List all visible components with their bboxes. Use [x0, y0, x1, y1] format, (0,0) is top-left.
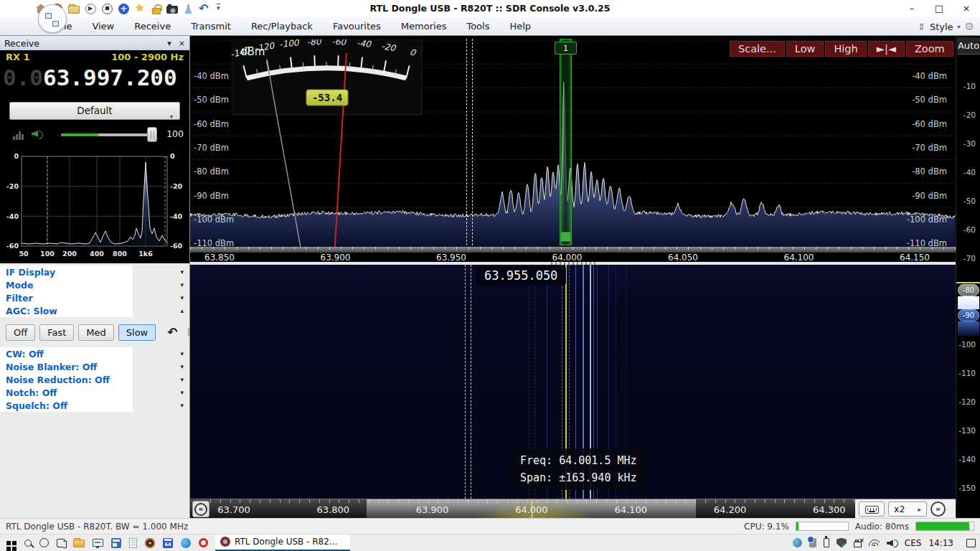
nav-scroll-right-button[interactable]: »: [930, 501, 946, 517]
tray-shield-icon[interactable]: [837, 538, 847, 548]
play-icon[interactable]: [85, 4, 96, 14]
more-icon[interactable]: [216, 4, 223, 14]
auto-scale-button[interactable]: Auto: [957, 37, 980, 55]
chevron-down-icon[interactable]: ▾: [180, 402, 189, 409]
menu-item-squelch-off[interactable]: Squelch: Off▾: [0, 399, 189, 412]
scale-lower-handle[interactable]: -90: [958, 309, 979, 321]
chevron-down-icon[interactable]: ▾: [180, 363, 189, 370]
active-task-button[interactable]: RTL Dongle USB - R82...: [215, 534, 350, 551]
close-button[interactable]: ×: [953, 0, 980, 17]
chevron-up-icon[interactable]: ▴: [180, 307, 189, 314]
sdrsharp-icon[interactable]: [163, 538, 173, 548]
record-icon[interactable]: [102, 4, 113, 14]
chevron-down-icon[interactable]: ▾: [180, 281, 189, 288]
menu-item-mode[interactable]: Mode▾: [0, 278, 189, 291]
lock-icon[interactable]: [152, 8, 161, 14]
search-icon[interactable]: [24, 540, 32, 547]
favourite-icon[interactable]: [135, 3, 146, 14]
tab-receive[interactable]: Receive: [124, 17, 181, 36]
tray-wifi-icon[interactable]: [869, 540, 880, 546]
agc-undo-icon[interactable]: ↶: [167, 325, 177, 339]
task-view-icon[interactable]: [57, 539, 65, 547]
keyboard-entry-button[interactable]: [859, 501, 885, 517]
chevron-down-icon[interactable]: ▾: [180, 268, 189, 276]
zoom-button[interactable]: Zoom: [906, 41, 953, 57]
notification-center-icon[interactable]: [966, 539, 976, 547]
style-dropdown-arrow-icon[interactable]: ▾: [958, 24, 961, 30]
mode-preset-dropdown[interactable]: Default ▾: [9, 102, 180, 120]
menu-item-noise-reduction-off[interactable]: Noise Reduction: Off▾: [0, 373, 189, 386]
start-icon[interactable]: [6, 541, 11, 545]
nav-scroll-left-button[interactable]: «: [192, 501, 209, 517]
tray-volume-icon[interactable]: [887, 539, 897, 547]
opera-icon[interactable]: [199, 538, 208, 547]
file-explorer-icon[interactable]: [73, 540, 85, 547]
settings-gear-icon[interactable]: ⚙: [965, 20, 974, 33]
monitor-icon[interactable]: [93, 539, 103, 547]
tab-favourites[interactable]: Favourites: [323, 17, 391, 36]
add-icon[interactable]: [118, 4, 129, 14]
app-window-icon[interactable]: [111, 538, 121, 548]
scale-gradient-range[interactable]: [958, 296, 979, 309]
undo-icon[interactable]: [199, 3, 210, 14]
scale-button[interactable]: Scale...: [730, 41, 785, 57]
tray-ethernet-icon[interactable]: [854, 542, 862, 547]
speaker-icon[interactable]: [32, 129, 43, 138]
nav-zoom-button[interactable]: x2▸: [888, 501, 927, 517]
scale-upper-handle[interactable]: -80: [958, 284, 979, 296]
chevron-down-icon[interactable]: ▾: [180, 376, 189, 383]
tray-app-icon[interactable]: [793, 538, 802, 547]
clock[interactable]: 14:13: [928, 538, 953, 548]
tab-transmit[interactable]: Transmit: [181, 17, 241, 36]
marker-1-region[interactable]: [560, 39, 572, 245]
beacon-icon[interactable]: [184, 4, 193, 14]
style-button[interactable]: Style: [930, 22, 953, 32]
tray-device-icon[interactable]: [809, 538, 816, 547]
edge-icon[interactable]: [181, 538, 191, 548]
waterfall-display[interactable]: 63.955.050 Freq: 64.001.5 MHzSpan: ±163.…: [190, 265, 956, 499]
low-button[interactable]: Low: [786, 41, 824, 57]
minimize-button[interactable]: –: [898, 0, 925, 17]
tab-rec-playback[interactable]: Rec/Playback: [241, 17, 323, 36]
tab-memories[interactable]: Memories: [391, 17, 457, 36]
spectrum-plot[interactable]: [190, 36, 956, 247]
tab-help[interactable]: Help: [499, 17, 541, 36]
tab-tools[interactable]: Tools: [456, 17, 499, 36]
app-logo-icon[interactable]: [38, 4, 67, 33]
chevron-down-icon[interactable]: ▾: [180, 389, 189, 396]
agc-off-button[interactable]: Off: [6, 324, 35, 341]
panel-collapse-icon[interactable]: ▾: [167, 39, 171, 48]
equalizer-icon[interactable]: [13, 129, 26, 140]
maximize-button[interactable]: □: [925, 0, 953, 17]
center-markers-button[interactable]: ►|◄: [868, 41, 905, 57]
chevron-down-icon[interactable]: ▾: [180, 294, 189, 301]
cortana-icon[interactable]: [39, 538, 49, 547]
tray-usb-icon[interactable]: [824, 538, 829, 547]
menu-item-filter[interactable]: Filter▾: [0, 291, 189, 304]
high-button[interactable]: High: [825, 41, 866, 57]
volume-slider-handle[interactable]: [147, 127, 157, 142]
marker-1-badge[interactable]: 1: [555, 42, 577, 55]
style-updown-icon[interactable]: ⇕: [918, 22, 925, 32]
camera-icon[interactable]: [166, 6, 178, 14]
agc-envelope-icon[interactable]: [188, 328, 189, 336]
volume-slider[interactable]: [61, 133, 153, 136]
compass-icon[interactable]: [145, 538, 155, 548]
agc-med-button[interactable]: Med: [78, 324, 113, 341]
menu-item-noise-blanker-off[interactable]: Noise Blanker: Off▾: [0, 360, 189, 373]
agc-fast-button[interactable]: Fast: [39, 324, 74, 341]
agc-slow-button[interactable]: Slow: [118, 324, 156, 341]
keyboard-layout-indicator[interactable]: CES: [905, 538, 922, 548]
tab-view[interactable]: View: [82, 17, 124, 36]
menu-item-notch-off[interactable]: Notch: Off▾: [0, 386, 189, 399]
notepad-icon[interactable]: [129, 538, 137, 548]
spectrum-frequency-axis[interactable]: [190, 247, 956, 253]
menu-item-cw-off[interactable]: CW: Off▾: [0, 347, 189, 360]
chevron-down-icon[interactable]: ▾: [180, 350, 189, 357]
menu-item-agc-slow[interactable]: AGC: Slow▴: [0, 304, 189, 317]
panel-close-icon[interactable]: ×: [179, 39, 185, 48]
menu-item-if-display[interactable]: IF Display▾: [0, 265, 189, 278]
spectrum-display[interactable]: -40 dBm-40 dBm-50 dBm-50 dBm-60 dBm-60 d…: [190, 36, 956, 247]
frequency-navigation-bar[interactable]: 63.70063.80063.90064.00064.10064.20064.3…: [190, 499, 956, 518]
marker-1-handle[interactable]: [560, 232, 571, 242]
